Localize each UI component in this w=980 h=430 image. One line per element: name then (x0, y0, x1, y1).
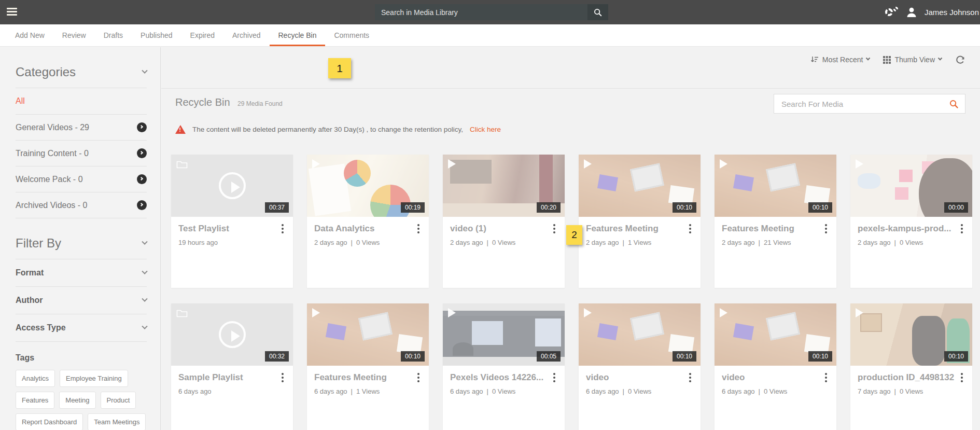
filter-by-header[interactable]: Filter By (16, 236, 147, 259)
tab-archived[interactable]: Archived (223, 24, 269, 46)
kebab-menu-icon[interactable] (958, 223, 966, 234)
categories-header[interactable]: Categories (16, 58, 147, 88)
tab-recycle-bin[interactable]: Recycle Bin (270, 24, 326, 46)
filter-section-access-type[interactable]: Access Type (16, 314, 147, 341)
media-title[interactable]: video (1) (450, 224, 548, 234)
tab-published[interactable]: Published (132, 24, 181, 46)
card-body: Features Meeting 2 days ago | 1 Views (579, 217, 701, 246)
play-icon (720, 308, 727, 317)
tag-chip-meeting[interactable]: Meeting (59, 392, 95, 409)
kebab-menu-icon[interactable] (414, 223, 423, 234)
media-meta: 2 days ago | 0 Views (450, 239, 557, 246)
playlist-play-icon (219, 172, 246, 199)
kebab-menu-icon[interactable] (958, 372, 966, 383)
tag-chip-report-dashboard[interactable]: Report Dashboard (16, 413, 83, 430)
media-title[interactable]: Data Analytics (314, 224, 412, 234)
media-meta: 2 days ago | 0 Views (314, 239, 422, 246)
video-thumbnail[interactable]: 00:10 (307, 303, 429, 366)
media-card: 00:19 Data Analytics 2 days ago | 0 View… (307, 155, 429, 288)
kebab-menu-icon[interactable] (550, 223, 558, 234)
video-thumbnail[interactable]: 00:19 (307, 155, 429, 217)
hamburger-menu-icon[interactable] (7, 8, 17, 16)
tab-drafts[interactable]: Drafts (95, 24, 132, 46)
refresh-button[interactable] (955, 54, 965, 65)
tag-chip-features[interactable]: Features (16, 392, 54, 409)
media-title[interactable]: Features Meeting (586, 224, 683, 234)
video-thumbnail[interactable]: 00:37 (171, 155, 293, 217)
sort-label: Most Recent (822, 56, 863, 64)
media-card: 00:10 Features Meeting 6 days ago | 1 Vi… (307, 303, 429, 430)
retention-policy-link[interactable]: Click here (470, 126, 501, 133)
card-body: video 6 days ago | 0 Views (715, 366, 836, 395)
tab-add-new[interactable]: Add New (6, 24, 53, 46)
media-title[interactable]: Sample Playlist (178, 372, 276, 383)
category-item-general-videos-29[interactable]: General Videos - 29 (16, 115, 147, 140)
kebab-menu-icon[interactable] (414, 372, 423, 383)
media-meta: 7 days ago | 0 Views (858, 387, 965, 395)
media-title[interactable]: production ID_4498132 (858, 372, 955, 383)
sort-dropdown[interactable]: Most Recent (810, 56, 870, 64)
user-avatar-icon[interactable] (905, 6, 918, 19)
video-thumbnail[interactable]: 00:10 (715, 155, 836, 217)
kebab-menu-icon[interactable] (822, 223, 830, 234)
circle-arrow-right-icon[interactable] (137, 148, 147, 158)
settings-gears-icon[interactable] (885, 6, 899, 19)
circle-arrow-right-icon[interactable] (137, 122, 147, 132)
video-thumbnail[interactable]: 00:05 (443, 303, 565, 366)
category-item-welcome-pack-0[interactable]: Welcome Pack - 0 (16, 167, 147, 192)
global-search-button[interactable] (587, 4, 608, 20)
annotation-badge-2: 2 (566, 225, 582, 245)
media-search-button[interactable] (942, 99, 965, 109)
video-thumbnail[interactable]: 00:10 (579, 155, 701, 217)
kebab-menu-icon[interactable] (278, 372, 287, 383)
media-date: 6 days ago (722, 387, 755, 395)
kebab-menu-icon[interactable] (550, 372, 558, 383)
tag-chip-employee-training[interactable]: Employee Training (60, 370, 128, 387)
tab-expired[interactable]: Expired (181, 24, 223, 46)
video-thumbnail[interactable]: 00:00 (850, 155, 972, 217)
media-title[interactable]: Pexels Videos 14226... (450, 372, 548, 383)
tag-chip-team-meetings[interactable]: Team Meetings (88, 413, 146, 430)
sort-icon (810, 56, 819, 64)
tag-chip-list: AnalyticsEmployee TrainingFeaturesMeetin… (16, 370, 147, 430)
tag-chip-analytics[interactable]: Analytics (16, 370, 55, 387)
kebab-menu-icon[interactable] (686, 223, 694, 234)
media-title[interactable]: video (722, 372, 819, 383)
play-icon (856, 308, 863, 317)
view-mode-dropdown[interactable]: Thumb View (883, 56, 942, 64)
top-bar: James Johnson (0, 0, 980, 24)
media-search (774, 94, 965, 114)
media-title[interactable]: pexels-kampus-prod... (858, 224, 955, 234)
category-item-training-content-0[interactable]: Training Content - 0 (16, 141, 147, 166)
circle-arrow-right-icon[interactable] (137, 200, 147, 210)
circle-arrow-right-icon[interactable] (137, 174, 147, 184)
media-search-input[interactable] (774, 100, 942, 108)
media-title[interactable]: Test Playlist (178, 224, 276, 234)
play-icon (448, 159, 456, 169)
filter-section-author[interactable]: Author (16, 287, 147, 314)
kebab-menu-icon[interactable] (278, 223, 287, 234)
global-search (375, 4, 608, 20)
global-search-input[interactable] (375, 4, 587, 20)
tab-comments[interactable]: Comments (325, 24, 378, 46)
kebab-menu-icon[interactable] (686, 372, 694, 383)
media-title[interactable]: video (586, 372, 683, 383)
duration-badge: 00:10 (808, 351, 832, 362)
video-thumbnail[interactable]: 00:10 (850, 303, 972, 366)
user-name[interactable]: James Johnson (925, 8, 979, 17)
video-thumbnail[interactable]: 00:10 (715, 303, 836, 366)
tab-review[interactable]: Review (53, 24, 95, 46)
video-thumbnail[interactable]: 00:20 (443, 155, 565, 217)
filter-section-format[interactable]: Format (16, 259, 147, 286)
category-all[interactable]: All (16, 88, 147, 114)
kebab-menu-icon[interactable] (822, 372, 830, 383)
playlist-folder-icon (176, 309, 188, 317)
media-date: 6 days ago (450, 387, 483, 395)
category-item-archived-videos-0[interactable]: Archived Videos - 0 (16, 192, 147, 218)
media-count: 29 Media Found (237, 100, 283, 107)
media-title[interactable]: Features Meeting (314, 372, 412, 383)
video-thumbnail[interactable]: 00:10 (579, 303, 701, 366)
media-title[interactable]: Features Meeting (722, 224, 819, 234)
tag-chip-product[interactable]: Product (101, 392, 136, 409)
video-thumbnail[interactable]: 00:32 (171, 303, 293, 366)
